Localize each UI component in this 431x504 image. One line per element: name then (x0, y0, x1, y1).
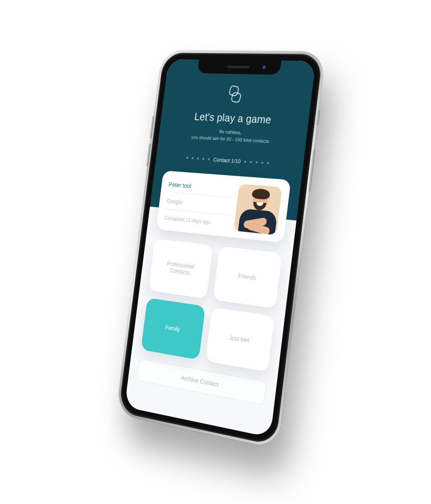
subtitle-line-1: Be ruthless, (219, 129, 242, 135)
contact-avatar (234, 184, 282, 235)
category-label: Professional Contacts (155, 259, 205, 278)
pager-dot (255, 161, 258, 163)
contact-card: Peter tool Google Contacted 13 days ago (156, 171, 291, 243)
pager-dot (244, 160, 246, 163)
archive-label: Archive Contact (181, 374, 219, 388)
pager-dot (192, 157, 194, 159)
pager-dot (261, 161, 263, 163)
category-just-met[interactable]: Just Met (205, 307, 274, 372)
pager-dot (187, 157, 189, 159)
pager-dot (250, 161, 252, 163)
speaker-grill (227, 66, 250, 68)
contact-pager: Contact 1/10 (163, 153, 296, 168)
pager-dot (208, 158, 210, 160)
category-label: Just Met (229, 334, 250, 344)
page-subtitle: Be ruthless, you should aim for 50 - 150… (166, 126, 300, 147)
app-logo-icon (225, 84, 244, 105)
category-label: Family (165, 323, 181, 332)
front-camera (262, 66, 266, 69)
svg-rect-1 (231, 92, 241, 103)
category-professional-contacts[interactable]: Professional Contacts (148, 239, 213, 299)
category-family[interactable]: Family (141, 297, 205, 360)
archive-contact-button[interactable]: Archive Contact (137, 358, 266, 405)
svg-rect-0 (229, 86, 239, 96)
category-grid: Professional Contacts Friends Family Jus… (141, 239, 282, 372)
pager-dot (202, 158, 205, 160)
pager-dot (197, 157, 199, 159)
category-label: Friends (238, 272, 256, 281)
subtitle-line-2: you should aim for 50 - 150 total contac… (191, 135, 269, 144)
device-notch (197, 60, 281, 75)
pager-dot (267, 162, 269, 164)
page-title: Let's play a game (168, 109, 301, 128)
